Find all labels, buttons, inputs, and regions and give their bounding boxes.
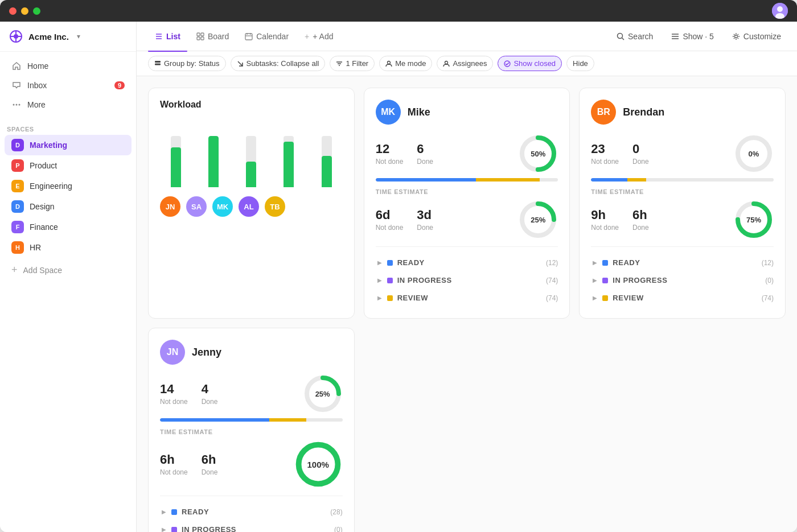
- tab-board[interactable]: Board: [190, 28, 236, 44]
- product-icon: P: [11, 159, 24, 172]
- filter-subtasks[interactable]: Subtasks: Collapse all: [231, 56, 326, 71]
- brendan-te-label: TIME ESTIMATE: [591, 188, 774, 195]
- mike-donut-label: 50%: [531, 150, 545, 158]
- jenny-te-not-done-label: Not done: [160, 468, 188, 476]
- tab-board-label: Board: [208, 32, 229, 41]
- mike-te-done-label: Done: [417, 224, 433, 232]
- jenny-card: JN Jenny 14 Not done 4 Done: [148, 328, 355, 532]
- sidebar-item-product[interactable]: P Product: [5, 155, 132, 176]
- calendar-icon: [245, 32, 253, 40]
- bar-col-4: [273, 119, 305, 187]
- mike-status-inprogress[interactable]: ▶ IN PROGRESS (74): [376, 271, 558, 289]
- brendan-status-inprogress[interactable]: ▶ IN PROGRESS (0): [591, 271, 774, 289]
- group-by-label: Group by: Status: [164, 59, 220, 68]
- filter-bar: Group by: Status Subtasks: Collapse all …: [137, 51, 797, 76]
- spaces-list: D Marketing P Product E Engineering D De…: [0, 135, 136, 258]
- sidebar-item-inbox[interactable]: Inbox 9: [5, 76, 132, 95]
- svg-point-28: [734, 35, 737, 38]
- jenny-status-ready[interactable]: ▶ READY (28): [160, 503, 343, 521]
- svg-rect-29: [155, 61, 161, 63]
- inbox-badge: 9: [114, 81, 125, 89]
- customize-label: Customize: [743, 32, 781, 41]
- svg-point-31: [388, 61, 391, 64]
- mike-te-not-done-value: 6d: [376, 208, 404, 222]
- bar-bg-2: [208, 136, 219, 187]
- jenny-status-inprogress[interactable]: ▶ IN PROGRESS (0): [160, 521, 343, 532]
- filter-count[interactable]: 1 Filter: [330, 56, 375, 71]
- me-mode-label: Me mode: [395, 59, 426, 68]
- chevron-icon: ▶: [376, 259, 384, 267]
- sidebar-item-design[interactable]: D Design: [5, 196, 132, 217]
- jenny-ready-dot: [171, 509, 177, 515]
- sidebar-item-home[interactable]: Home: [5, 56, 132, 76]
- jenny-progress-bar: [160, 418, 343, 422]
- filter-me-mode[interactable]: Me mode: [379, 56, 432, 71]
- search-action[interactable]: Search: [612, 30, 658, 43]
- sidebar: Acme Inc. ▾ Home: [0, 22, 137, 532]
- tab-list[interactable]: List: [148, 28, 187, 44]
- sidebar-item-engineering[interactable]: E Engineering: [5, 176, 132, 196]
- jenny-te-donut-label: 100%: [307, 460, 328, 469]
- jenny-te-done-label: Done: [202, 468, 218, 476]
- brendan-review-label: REVIEW: [613, 294, 643, 302]
- brendan-card: BR Brendan 23 Not done 0 Done: [579, 88, 786, 319]
- filter-show-closed[interactable]: Show closed: [498, 56, 562, 71]
- assignees-label: Assignees: [453, 59, 487, 68]
- jenny-te-donut-chart: 100%: [294, 440, 343, 489]
- tab-add[interactable]: + + Add: [298, 28, 340, 44]
- board-icon: [196, 32, 204, 40]
- show-action[interactable]: Show · 5: [667, 30, 718, 43]
- sidebar-item-finance[interactable]: F Finance: [5, 217, 132, 237]
- chevron-icon-5: ▶: [591, 277, 599, 284]
- show-closed-icon: [504, 60, 511, 67]
- mike-donut: 50%: [518, 134, 558, 174]
- hide-label: Hide: [573, 59, 588, 68]
- jenny-inprogress-count: (0): [334, 526, 343, 533]
- bar-col-2: [198, 119, 229, 187]
- filter-hide[interactable]: Hide: [566, 56, 594, 71]
- mike-done-value: 6: [417, 142, 433, 156]
- brendan-progress-yellow: [627, 178, 646, 182]
- content-area: Workload: [137, 76, 797, 532]
- mike-status-review[interactable]: ▶ REVIEW (74): [376, 289, 558, 307]
- maximize-button[interactable]: [33, 7, 40, 15]
- customize-action[interactable]: Customize: [728, 30, 786, 43]
- inbox-label: Inbox: [27, 81, 47, 90]
- minimize-button[interactable]: [21, 7, 28, 15]
- jenny-te-not-done: 6h Not done: [160, 452, 188, 476]
- add-space-button[interactable]: + Add Space: [5, 260, 132, 280]
- mike-name: Mike: [408, 106, 430, 118]
- user-avatar[interactable]: [772, 3, 788, 19]
- svg-point-32: [445, 61, 448, 64]
- sidebar-item-hr[interactable]: H HR: [5, 237, 132, 258]
- jenny-stats: 14 Not done 4 Done: [160, 374, 343, 414]
- jenny-progress-blue: [160, 418, 269, 422]
- filter-assignees[interactable]: Assignees: [437, 56, 493, 71]
- tab-calendar[interactable]: Calendar: [238, 28, 295, 44]
- bar-fill-5: [322, 156, 332, 187]
- brendan-status-ready[interactable]: ▶ READY (12): [591, 254, 774, 271]
- brendan-progress-blue: [591, 178, 627, 182]
- show-label: Show · 5: [683, 32, 713, 41]
- brendan-not-done-value: 23: [591, 142, 619, 156]
- mike-status-ready[interactable]: ▶ READY (12): [376, 254, 558, 271]
- bar-bg-3: [246, 136, 256, 187]
- bar-bg-4: [284, 136, 294, 187]
- top-nav: List Board: [137, 22, 797, 51]
- subtasks-label: Subtasks: Collapse all: [247, 59, 319, 68]
- filter-group-by[interactable]: Group by: Status: [148, 56, 226, 71]
- sidebar-item-more[interactable]: More: [5, 95, 132, 114]
- jenny-not-done-value: 14: [160, 382, 188, 397]
- search-label: Search: [628, 32, 653, 41]
- jenny-inprogress-dot: [171, 527, 177, 533]
- finance-icon: F: [11, 221, 24, 233]
- close-button[interactable]: [9, 7, 17, 15]
- sidebar-item-marketing[interactable]: D Marketing: [5, 135, 132, 155]
- bar-fill-4: [284, 142, 294, 187]
- sidebar-header[interactable]: Acme Inc. ▾: [0, 22, 136, 52]
- chevron-icon-6: ▶: [591, 294, 599, 302]
- chevron-icon-8: ▶: [160, 526, 168, 533]
- avatar-5: TB: [265, 196, 285, 217]
- brendan-status-review[interactable]: ▶ REVIEW (74): [591, 289, 774, 307]
- jenny-not-done-label: Not done: [160, 398, 188, 406]
